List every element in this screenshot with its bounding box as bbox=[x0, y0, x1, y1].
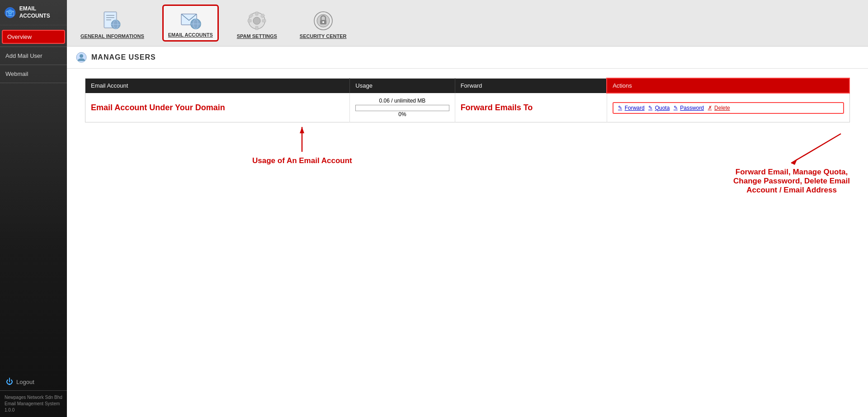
svg-rect-19 bbox=[248, 19, 251, 22]
usage-bar-container bbox=[355, 105, 449, 111]
cell-forward: Forward Emails To bbox=[455, 93, 607, 122]
password-label: Password bbox=[680, 105, 704, 111]
svg-point-28 bbox=[80, 54, 83, 58]
nav-item-spam-settings-label: Spam Settings bbox=[237, 33, 277, 39]
usage-display: 0.06 / unlimited MB 0% bbox=[355, 98, 449, 117]
main-content: General Informations Email Accounts bbox=[67, 0, 868, 417]
usage-annotation-block: Usage of An Email Account bbox=[252, 127, 352, 165]
svg-rect-17 bbox=[255, 12, 258, 15]
quota-button[interactable]: ✎ Quota bbox=[647, 105, 670, 111]
svg-line-31 bbox=[791, 134, 841, 163]
cell-email-account: Email Account Under Your Domain bbox=[85, 93, 350, 122]
nav-item-security-center-label: Security Center bbox=[300, 33, 347, 39]
sidebar-app-title: Email Accounts bbox=[19, 5, 62, 19]
email-logo-icon bbox=[5, 6, 16, 19]
usage-percent: 0% bbox=[355, 111, 449, 117]
nav-item-security-center[interactable]: Security Center bbox=[295, 7, 351, 42]
svg-marker-30 bbox=[300, 127, 304, 133]
forward-icon: ✎ bbox=[617, 105, 623, 111]
delete-button[interactable]: ✗ Delete bbox=[707, 105, 730, 111]
col-email-account: Email Account bbox=[85, 78, 350, 93]
table-row: Email Account Under Your Domain 0.06 / u… bbox=[85, 93, 850, 122]
nav-item-general-informations-label: General Informations bbox=[80, 33, 144, 39]
security-center-icon bbox=[312, 10, 334, 32]
quota-label: Quota bbox=[655, 105, 670, 111]
svg-rect-20 bbox=[262, 19, 266, 22]
logout-icon: ⏻ bbox=[5, 378, 14, 386]
annotations-area: Usage of An Email Account Forward Email,… bbox=[76, 127, 859, 253]
svg-marker-32 bbox=[791, 159, 797, 165]
page-header: Manage Users bbox=[67, 47, 868, 69]
password-button[interactable]: ✎ Password bbox=[672, 105, 704, 111]
table-section: Email Account Usage Forward Actions Emai… bbox=[67, 69, 868, 258]
nav-item-general-informations[interactable]: General Informations bbox=[76, 7, 149, 42]
manage-users-icon bbox=[76, 52, 87, 63]
sidebar-item-overview[interactable]: Overview bbox=[2, 30, 65, 44]
sidebar-item-webmail[interactable]: Webmail bbox=[0, 67, 67, 81]
usage-annotation-text: Usage of An Email Account bbox=[252, 156, 352, 165]
general-info-icon bbox=[101, 10, 123, 32]
col-usage: Usage bbox=[350, 78, 455, 93]
col-actions: Actions bbox=[607, 78, 849, 93]
usage-arrow-icon bbox=[297, 127, 307, 154]
nav-item-email-accounts[interactable]: Email Accounts bbox=[162, 5, 219, 42]
nav-item-email-accounts-label: Email Accounts bbox=[168, 32, 213, 37]
sidebar-nav: Overview Add Mail User Webmail bbox=[0, 29, 67, 373]
nav-item-spam-settings[interactable]: Spam Settings bbox=[232, 7, 282, 42]
actions-arrow-icon bbox=[778, 131, 850, 168]
actions-annotation-block: Forward Email, Manage Quota, Change Pass… bbox=[733, 131, 850, 195]
quota-icon: ✎ bbox=[647, 105, 654, 111]
svg-rect-18 bbox=[255, 26, 258, 30]
col-forward: Forward bbox=[455, 78, 607, 93]
spam-settings-icon bbox=[246, 10, 268, 32]
action-buttons-container: ✎ Forward ✎ Quota ✎ Password bbox=[613, 102, 844, 114]
sidebar-item-add-mail-user[interactable]: Add Mail User bbox=[0, 49, 67, 63]
forward-label: Forward bbox=[625, 105, 645, 111]
delete-icon: ✗ bbox=[707, 105, 713, 111]
sidebar: Email Accounts Overview Add Mail User We… bbox=[0, 0, 67, 417]
sidebar-footer: Newpages Network Sdn Bhd Email Managemen… bbox=[0, 390, 67, 417]
forward-button[interactable]: ✎ Forward bbox=[617, 105, 645, 111]
cell-usage: 0.06 / unlimited MB 0% bbox=[350, 93, 455, 122]
password-icon: ✎ bbox=[672, 105, 679, 111]
forward-annotation: Forward Emails To bbox=[461, 103, 533, 112]
email-account-annotation: Email Account Under Your Domain bbox=[91, 103, 225, 112]
svg-point-26 bbox=[322, 21, 324, 23]
delete-label: Delete bbox=[714, 105, 730, 111]
email-accounts-table: Email Account Usage Forward Actions Emai… bbox=[85, 78, 850, 122]
email-accounts-icon bbox=[179, 9, 201, 30]
sidebar-header: Email Accounts bbox=[0, 0, 67, 25]
content-area: Manage Users Email Account Usage Forward… bbox=[67, 47, 868, 417]
svg-point-16 bbox=[253, 17, 260, 24]
usage-value: 0.06 / unlimited MB bbox=[355, 98, 449, 104]
top-nav: General Informations Email Accounts bbox=[67, 0, 868, 47]
logout-button[interactable]: ⏻ Logout bbox=[0, 373, 67, 390]
cell-actions: ✎ Forward ✎ Quota ✎ Password bbox=[607, 93, 849, 122]
logout-label: Logout bbox=[16, 379, 34, 385]
actions-annotation-text: Forward Email, Manage Quota, Change Pass… bbox=[733, 168, 850, 195]
page-title: Manage Users bbox=[91, 53, 156, 61]
